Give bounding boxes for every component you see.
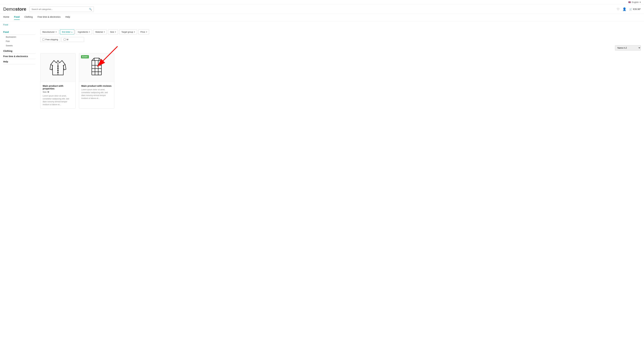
chevron-down-icon: ▾ bbox=[640, 1, 641, 3]
sidebar: Food Backwaren Fish Sweets Clothing Free… bbox=[3, 28, 36, 108]
nav-help[interactable]: Help bbox=[65, 15, 70, 20]
chevron-down-icon: ▾ bbox=[56, 31, 56, 33]
cart-button[interactable]: 🛒 €39.98* bbox=[629, 8, 641, 10]
sidebar-sub-backwaren[interactable]: Backwaren bbox=[3, 35, 36, 39]
filter-manufacturer[interactable]: Manufacturer ▾ bbox=[40, 29, 58, 34]
product-info-jacket: Main product with properties Size: M Lor… bbox=[40, 82, 76, 108]
product-size-jacket: Size: M bbox=[43, 91, 73, 93]
letter-filter[interactable]: M bbox=[62, 37, 84, 42]
nav-clothing[interactable]: Clothing bbox=[24, 15, 33, 20]
chevron-down-icon: ▾ bbox=[89, 31, 90, 33]
nav-food[interactable]: Food bbox=[14, 15, 20, 20]
language-selector[interactable]: 🇬🇧 English ▾ bbox=[628, 1, 641, 3]
product-image-chocolate: Event bbox=[79, 53, 114, 82]
main-layout: Food Backwaren Fish Sweets Clothing Free… bbox=[0, 28, 644, 115]
product-info-chocolate: Main product with reviews Lorem ipsum do… bbox=[79, 82, 114, 102]
nav-free-time[interactable]: Free time & electronics bbox=[38, 15, 60, 20]
cart-price: €39.98* bbox=[633, 8, 641, 10]
product-title-chocolate: Main product with reviews bbox=[81, 84, 112, 87]
filter-size[interactable]: Size ▾ bbox=[108, 29, 118, 34]
letter-checkbox[interactable] bbox=[64, 38, 66, 40]
svg-rect-7 bbox=[92, 60, 102, 75]
search-input[interactable] bbox=[32, 8, 88, 10]
product-grid: Main product with properties Size: M Lor… bbox=[40, 53, 641, 108]
sort-select[interactable]: Name A-Z Name Z-A Price ascending Price … bbox=[615, 45, 641, 50]
wishlist-icon[interactable]: ♡ bbox=[617, 7, 620, 11]
header-icons: ♡ 👤 🛒 €39.98* bbox=[617, 7, 641, 11]
sidebar-sub-fish[interactable]: Fish bbox=[3, 39, 36, 43]
product-title-jacket: Main product with properties bbox=[43, 84, 73, 90]
filter-ingredients[interactable]: Ingredients ▾ bbox=[76, 29, 92, 34]
chevron-down-icon: ▾ bbox=[146, 31, 147, 33]
logo[interactable]: Demostore bbox=[3, 6, 26, 12]
top-bar: 🇬🇧 English ▾ bbox=[0, 0, 644, 4]
chevron-down-icon: ▾ bbox=[115, 31, 116, 33]
product-desc-jacket: Lorem ipsum dolor sit amet, consetetur s… bbox=[43, 94, 73, 106]
filter-row2: Free shipping M bbox=[40, 37, 641, 42]
sidebar-item-help[interactable]: Help bbox=[3, 59, 36, 64]
sidebar-item-food[interactable]: Food bbox=[3, 29, 36, 35]
sort-bar: Name A-Z Name Z-A Price ascending Price … bbox=[40, 45, 641, 50]
event-badge: Event bbox=[81, 55, 89, 58]
product-desc-chocolate: Lorem ipsum dolor sit amet, consetetur s… bbox=[81, 88, 112, 100]
search-bar[interactable]: 🔍 bbox=[30, 6, 94, 12]
sidebar-item-free-time[interactable]: Free time & electronics bbox=[3, 54, 36, 59]
product-image-jacket bbox=[40, 53, 76, 82]
breadcrumb-food[interactable]: Food bbox=[3, 23, 8, 26]
sidebar-sub-sweets[interactable]: Sweets bbox=[3, 43, 36, 48]
search-icon[interactable]: 🔍 bbox=[89, 8, 92, 10]
filter-material[interactable]: Material ▾ bbox=[93, 29, 106, 34]
breadcrumb: Food bbox=[0, 21, 644, 28]
chevron-down-icon: ▾ bbox=[104, 31, 105, 33]
filter-first-letter[interactable]: first letter ▴ bbox=[60, 29, 74, 34]
free-shipping-label: Free shipping bbox=[46, 38, 58, 41]
header: Demostore 🔍 ♡ 👤 🛒 €39.98* bbox=[0, 4, 644, 14]
chevron-up-icon: ▴ bbox=[72, 31, 72, 33]
nav-home[interactable]: Home bbox=[3, 15, 9, 20]
letter-value: M bbox=[67, 38, 68, 41]
account-icon[interactable]: 👤 bbox=[622, 7, 626, 11]
product-size-value-jacket: M bbox=[48, 91, 49, 93]
free-shipping-checkbox[interactable] bbox=[42, 38, 44, 40]
filter-bar: Manufacturer ▾ first letter ▴ Ingredient… bbox=[40, 28, 641, 34]
free-shipping-filter[interactable]: Free shipping bbox=[40, 37, 60, 42]
filter-target-group[interactable]: Target group ▾ bbox=[119, 29, 137, 34]
chevron-down-icon: ▾ bbox=[134, 31, 135, 33]
main-nav: Home Food Clothing Free time & electroni… bbox=[0, 14, 644, 21]
language-label: English bbox=[632, 1, 639, 3]
flag-icon: 🇬🇧 bbox=[628, 1, 631, 3]
filter-price[interactable]: Price ▾ bbox=[138, 29, 149, 34]
sidebar-item-clothing[interactable]: Clothing bbox=[3, 48, 36, 54]
product-card-jacket[interactable]: Main product with properties Size: M Lor… bbox=[40, 53, 76, 108]
cart-icon: 🛒 bbox=[629, 8, 632, 10]
product-card-chocolate[interactable]: Event bbox=[79, 53, 114, 108]
content-area: Manufacturer ▾ first letter ▴ Ingredient… bbox=[40, 28, 641, 108]
